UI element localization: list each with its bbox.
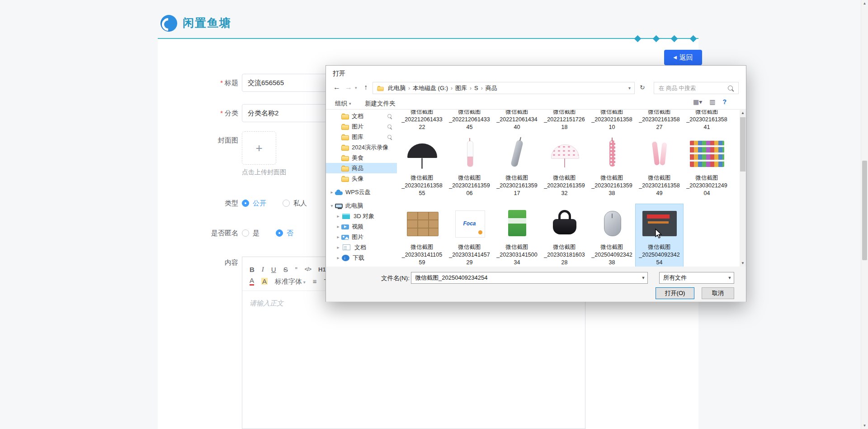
search-input[interactable] bbox=[658, 85, 728, 92]
sidebar-item[interactable]: ▸ WPS云盘 bbox=[326, 187, 397, 197]
breadcrumb-dropdown-icon[interactable]: ▾ bbox=[628, 86, 631, 91]
file-item[interactable]: 微信截图 _202302161358 55 bbox=[398, 135, 446, 198]
sidebar-item[interactable]: ▸ 视频 bbox=[326, 221, 397, 232]
nav-up-icon[interactable]: ↑ bbox=[364, 84, 368, 91]
sidebar-item[interactable]: 2024演示录像 bbox=[326, 142, 397, 153]
sidebar-item[interactable]: ▸ 下载 bbox=[326, 253, 397, 263]
page-scrollbar-thumb[interactable] bbox=[862, 161, 867, 260]
sidebar-item[interactable]: ▸ 3D 对象 bbox=[326, 211, 397, 221]
tree-chevron-icon[interactable]: ▸ bbox=[335, 245, 341, 250]
breadcrumb-item[interactable]: S bbox=[472, 85, 481, 91]
file-item[interactable]: 微信截图 _202504092342 54 bbox=[636, 204, 683, 267]
tree-chevron-icon[interactable]: ▾ bbox=[329, 203, 335, 208]
sidebar-item[interactable]: ▾ 此电脑 bbox=[326, 200, 397, 211]
search-icon[interactable] bbox=[728, 86, 733, 91]
sidebar-item[interactable]: 文档 bbox=[326, 111, 397, 121]
grid-scrollbar-thumb[interactable] bbox=[740, 117, 745, 172]
file-name: 微信截图 _202303021249 04 bbox=[686, 174, 727, 197]
file-item[interactable]: 微信截图 _202212061433 22 bbox=[398, 110, 446, 132]
help-icon[interactable]: ? bbox=[723, 98, 727, 105]
cover-upload-button[interactable]: + bbox=[242, 131, 276, 165]
tree-chevron-icon[interactable]: ▸ bbox=[335, 255, 341, 260]
file-item[interactable]: 微信截图 _202302161359 17 bbox=[493, 135, 541, 198]
grid-scrollbar[interactable]: ▲ ▼ bbox=[740, 110, 746, 267]
nav-forward-icon[interactable]: → bbox=[345, 84, 352, 91]
file-item[interactable]: 微信截图 _202303141105 59 bbox=[398, 204, 446, 267]
tree-chevron-icon[interactable]: ▸ bbox=[335, 224, 341, 229]
grid-scroll-down-icon[interactable]: ▼ bbox=[740, 260, 746, 267]
nav-history-dropdown-icon[interactable]: ▾ bbox=[355, 86, 357, 90]
breadcrumb-item[interactable]: 本地磁盘 (G:) bbox=[410, 84, 451, 92]
file-item[interactable]: 微信截图 _202212061434 40 bbox=[493, 110, 541, 132]
file-item[interactable]: 微信截图 _202303181603 28 bbox=[541, 204, 588, 267]
filename-input[interactable] bbox=[411, 275, 639, 281]
file-item[interactable]: 微信截图 _202504092342 38 bbox=[588, 204, 636, 267]
breadcrumb-item[interactable]: 商品 bbox=[483, 84, 500, 92]
radio-anonymous-no[interactable]: 否 bbox=[276, 229, 293, 238]
file-item[interactable]: 微信截图 _202302161358 41 bbox=[683, 110, 731, 132]
file-item[interactable]: 微信截图 _202303141500 34 bbox=[493, 204, 541, 267]
open-button[interactable]: 打开(O) bbox=[656, 287, 694, 299]
toolbar-italic-icon[interactable]: I bbox=[262, 266, 264, 273]
file-item[interactable]: 微信截图 _202302161358 27 bbox=[636, 110, 683, 132]
page-scroll-down-icon[interactable]: ▼ bbox=[861, 422, 868, 429]
editor-body[interactable]: 请输入正文 bbox=[242, 291, 585, 427]
toolbar-heading-1-icon[interactable]: H1 bbox=[318, 267, 326, 272]
toolbar-bold-icon[interactable]: B bbox=[250, 266, 255, 273]
preview-pane-icon[interactable]: ▥ bbox=[709, 98, 715, 105]
file-item[interactable]: 微信截图 _202212061433 45 bbox=[446, 110, 493, 132]
sidebar-item[interactable]: 头像 bbox=[326, 173, 397, 184]
sidebar-item[interactable]: ▸ 图片 bbox=[326, 232, 397, 242]
radio-private[interactable]: 私人 bbox=[283, 199, 307, 208]
organize-button[interactable]: 组织 ▾ bbox=[335, 100, 351, 108]
radio-anonymous-yes[interactable]: 是 bbox=[242, 229, 259, 238]
toolbar-underline-icon[interactable]: U bbox=[271, 266, 276, 273]
file-item[interactable]: 微信截图 _202302161359 38 bbox=[588, 135, 636, 198]
pink-pair-thumbnail-art bbox=[641, 137, 679, 172]
radio-public[interactable]: 公开 bbox=[242, 199, 266, 208]
file-item[interactable]: Foca 微信截图 _202303141457 29 bbox=[446, 204, 493, 267]
file-item[interactable]: 微信截图 _202302161358 10 bbox=[588, 110, 636, 132]
nav-back-icon[interactable]: ← bbox=[333, 84, 340, 91]
cancel-button[interactable]: 取消 bbox=[702, 287, 734, 299]
filetype-combobox[interactable]: 所有文件 ▼ bbox=[659, 272, 734, 284]
sidebar-item[interactable]: 图库 bbox=[326, 132, 397, 142]
toolbar-blockquote-icon[interactable]: ” bbox=[295, 266, 297, 273]
file-thumbnail bbox=[398, 205, 446, 243]
tree-chevron-icon[interactable]: ▸ bbox=[335, 234, 341, 239]
breadcrumb-item[interactable]: 图库 bbox=[453, 84, 470, 92]
file-thumbnail bbox=[541, 135, 588, 173]
grid-scroll-up-icon[interactable]: ▲ bbox=[740, 110, 746, 116]
sidebar-item[interactable]: 美食 bbox=[326, 153, 397, 163]
toolbar-strikethrough-icon[interactable]: S bbox=[283, 266, 288, 273]
page-scrollbar[interactable]: ▲ ▼ bbox=[861, 0, 868, 429]
toolbar-highlight-color-icon[interactable]: A bbox=[261, 278, 268, 285]
toolbar-code-block-icon[interactable]: </> bbox=[305, 267, 311, 272]
file-item[interactable]: 微信截图 _202212151726 18 bbox=[541, 110, 588, 132]
file-name: 微信截图 _202212151726 18 bbox=[544, 110, 585, 131]
file-item[interactable]: 微信截图 _202302161358 49 bbox=[636, 135, 683, 198]
radio-dot-icon bbox=[283, 200, 290, 207]
search-box bbox=[654, 82, 739, 94]
file-item[interactable]: 微信截图 _202302161359 32 bbox=[541, 135, 588, 198]
toolbar-align-icon[interactable]: ≡ bbox=[313, 278, 317, 285]
filename-dropdown-icon[interactable]: ▼ bbox=[639, 276, 647, 280]
view-mode-icon[interactable]: ▦▾ bbox=[693, 98, 702, 105]
toolbar-font-color-icon[interactable]: A bbox=[250, 277, 254, 286]
tree-chevron-icon[interactable]: ▸ bbox=[335, 214, 341, 219]
sidebar-item[interactable]: 商品 bbox=[326, 163, 397, 173]
sidebar-item[interactable]: 图片 bbox=[326, 121, 397, 132]
app-root: 闲置鱼塘 ◀ 返回 *标题 *分类 封面图 + 点击上传封面图 类型 公开 私人… bbox=[0, 0, 868, 429]
page-scroll-up-icon[interactable]: ▲ bbox=[861, 0, 868, 7]
view-options: ▦▾ ▥ ? bbox=[693, 98, 726, 105]
file-name: 微信截图 _202303141105 59 bbox=[402, 243, 442, 267]
refresh-icon[interactable]: ↻ bbox=[640, 84, 645, 91]
tree-chevron-icon[interactable]: ▸ bbox=[329, 190, 335, 195]
file-item[interactable]: 微信截图 _202303021249 04 bbox=[683, 135, 731, 198]
file-item[interactable]: 微信截图 _202302161359 06 bbox=[446, 135, 493, 198]
sidebar-item[interactable]: ▸ 文档 bbox=[326, 242, 397, 253]
new-folder-button[interactable]: 新建文件夹 bbox=[365, 100, 396, 108]
toolbar-font-family-select[interactable]: 标准字体 bbox=[275, 278, 306, 285]
back-button[interactable]: ◀ 返回 bbox=[664, 50, 702, 65]
breadcrumb-item[interactable]: 此电脑 bbox=[385, 84, 408, 92]
